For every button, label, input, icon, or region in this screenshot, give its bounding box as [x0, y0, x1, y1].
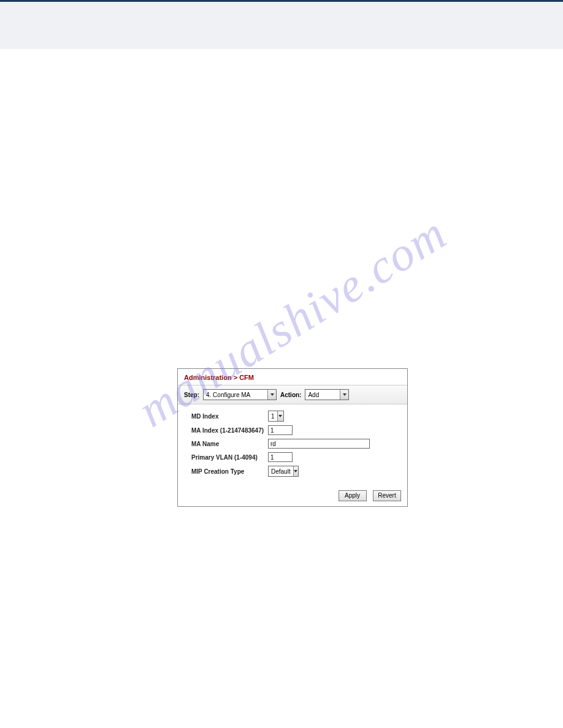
form-body: MD Index 1 MA Index (1-2147483647) MA Na…	[178, 404, 407, 485]
mip-creation-row: MIP Creation Type Default	[191, 466, 401, 477]
step-action-bar: Step: 4. Configure MA Action: Add	[178, 385, 407, 404]
md-index-value: 1	[269, 413, 277, 420]
primary-vlan-input[interactable]	[268, 452, 293, 462]
primary-vlan-row: Primary VLAN (1-4094)	[191, 452, 401, 462]
action-select-value: Add	[305, 392, 340, 398]
ma-index-input[interactable]	[268, 425, 293, 435]
chevron-down-icon	[293, 466, 298, 476]
md-index-select[interactable]: 1	[268, 411, 284, 422]
cfm-config-panel: Administration > CFM Step: 4. Configure …	[177, 368, 408, 507]
page-header-bar	[0, 0, 563, 49]
apply-button[interactable]: Apply	[339, 490, 367, 501]
mip-creation-select[interactable]: Default	[268, 466, 299, 477]
chevron-down-icon	[340, 390, 348, 400]
primary-vlan-label: Primary VLAN (1-4094)	[191, 454, 268, 461]
step-select[interactable]: 4. Configure MA	[203, 389, 277, 400]
buttons-row: Apply Revert	[178, 485, 407, 506]
action-select[interactable]: Add	[305, 389, 349, 400]
chevron-down-icon	[277, 411, 283, 421]
ma-index-label: MA Index (1-2147483647)	[191, 427, 268, 434]
ma-name-label: MA Name	[191, 441, 268, 447]
mip-creation-label: MIP Creation Type	[191, 468, 268, 475]
ma-name-row: MA Name	[191, 439, 401, 449]
revert-button[interactable]: Revert	[373, 490, 401, 501]
md-index-label: MD Index	[191, 413, 268, 420]
step-label: Step:	[184, 392, 199, 398]
action-label: Action:	[280, 392, 301, 398]
chevron-down-icon	[267, 390, 276, 400]
step-select-value: 4. Configure MA	[204, 392, 267, 398]
ma-index-row: MA Index (1-2147483647)	[191, 425, 401, 435]
mip-creation-value: Default	[269, 468, 293, 475]
md-index-row: MD Index 1	[191, 411, 401, 422]
ma-name-input[interactable]	[268, 439, 370, 449]
panel-breadcrumb: Administration > CFM	[178, 369, 407, 385]
